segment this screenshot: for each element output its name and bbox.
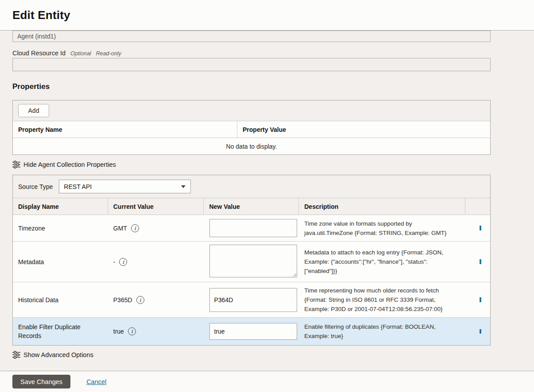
hide-agent-collection-properties-toggle[interactable]: Hide Agent Collection Properties — [12, 161, 491, 169]
info-icon[interactable]: i — [131, 224, 139, 232]
kebab-menu-icon — [480, 329, 481, 334]
table-row-historical-data: Historical Data P365D i Time representin… — [13, 282, 490, 318]
add-property-button[interactable]: Add — [18, 104, 49, 117]
current-value-text: P365D — [113, 296, 132, 304]
properties-table-header: Property Name Property Value — [13, 121, 490, 138]
row-new-value-cell — [204, 288, 299, 312]
agent-collection-properties-table: Source Type REST API Display Name Curren… — [12, 175, 491, 346]
properties-toolbar: Add — [13, 100, 490, 121]
actions-column-header — [465, 198, 490, 215]
row-display-name: Historical Data — [13, 296, 108, 304]
source-type-row: Source Type REST API — [13, 175, 490, 198]
row-actions-cell — [465, 327, 490, 336]
table-row-metadata: Metadata - i Metadata to attach to each … — [13, 242, 490, 282]
readonly-hint: Read-only — [96, 50, 121, 57]
property-value-column-header: Property Value — [237, 121, 490, 138]
row-actions-cell — [465, 224, 490, 232]
row-display-name: Metadata — [13, 257, 108, 266]
row-description: Enable filtering of duplicates {Format: … — [299, 322, 465, 341]
cloud-resource-id-label-row: Cloud Resource Id Optional Read-only — [12, 50, 491, 57]
row-display-name: Enable Filter Duplicate Records — [13, 323, 108, 340]
collection-table-header: Display Name Current Value New Value Des… — [13, 198, 490, 215]
table-row-timezone: Timezone GMT i Time zone value in format… — [13, 215, 490, 242]
kebab-menu-icon — [480, 297, 481, 302]
sliders-icon — [12, 351, 20, 359]
edit-entity-form: Cloud Resource Id Optional Read-only Pro… — [12, 31, 491, 359]
source-type-select[interactable]: REST API — [59, 180, 191, 193]
footer-action-bar: Save Changes Cancel — [0, 371, 534, 392]
properties-empty-message: No data to display. — [13, 138, 490, 154]
entity-type-field[interactable] — [12, 31, 491, 42]
row-actions-cell — [465, 257, 490, 266]
kebab-menu-icon — [480, 226, 481, 231]
table-row-enable-filter-duplicate-records: Enable Filter Duplicate Records true i E… — [13, 318, 490, 345]
row-current-value: P365D i — [108, 296, 204, 304]
show-advanced-options-label: Show Advanced Options — [23, 351, 93, 358]
cancel-link[interactable]: Cancel — [86, 378, 106, 385]
new-value-input-enable-filter[interactable] — [209, 323, 297, 340]
row-new-value-cell — [204, 219, 299, 237]
cloud-resource-id-field[interactable] — [12, 58, 491, 71]
row-current-value: GMT i — [108, 224, 204, 232]
cloud-resource-id-label: Cloud Resource Id — [12, 50, 66, 57]
sliders-icon — [12, 161, 20, 169]
properties-section-title: Properties — [12, 82, 491, 91]
current-value-text: - — [113, 258, 116, 265]
row-actions-menu-button[interactable] — [478, 296, 483, 304]
row-actions-menu-button[interactable] — [478, 257, 483, 266]
current-value-text: GMT — [113, 225, 127, 232]
row-description: Metadata to attach to each log entry {Fo… — [299, 248, 465, 276]
save-changes-button[interactable]: Save Changes — [12, 375, 70, 388]
new-value-textarea-metadata[interactable] — [209, 245, 297, 277]
optional-hint: Optional — [70, 50, 91, 57]
page-header: Edit Entity — [0, 0, 534, 31]
chevron-down-icon — [181, 185, 186, 188]
row-current-value: - i — [108, 258, 204, 266]
row-current-value: true i — [108, 327, 204, 335]
info-icon[interactable]: i — [136, 296, 144, 304]
info-icon[interactable]: i — [119, 258, 127, 266]
row-actions-menu-button[interactable] — [478, 327, 483, 336]
property-name-column-header: Property Name — [13, 121, 237, 138]
row-new-value-cell — [204, 245, 299, 279]
row-actions-menu-button[interactable] — [478, 224, 483, 232]
row-new-value-cell — [204, 323, 299, 340]
hide-agent-collection-properties-label: Hide Agent Collection Properties — [23, 161, 116, 168]
new-value-input-historical-data[interactable] — [209, 288, 297, 312]
row-description: Time representing how much older records… — [299, 286, 465, 314]
current-value-text: true — [113, 328, 124, 335]
display-name-column-header: Display Name — [13, 198, 108, 215]
new-value-input-timezone[interactable] — [209, 219, 297, 237]
show-advanced-options-toggle[interactable]: Show Advanced Options — [12, 351, 491, 359]
current-value-column-header: Current Value — [108, 198, 204, 215]
info-icon[interactable]: i — [128, 327, 136, 335]
row-description: Time zone value in formats supported by … — [299, 219, 465, 238]
row-actions-cell — [465, 296, 490, 304]
row-display-name: Timezone — [13, 224, 108, 233]
new-value-column-header: New Value — [204, 198, 299, 215]
source-type-selected-value: REST API — [64, 183, 92, 190]
properties-table: Add Property Name Property Value No data… — [12, 100, 491, 155]
source-type-label: Source Type — [18, 183, 53, 190]
page-title: Edit Entity — [12, 8, 70, 22]
description-column-header: Description — [299, 198, 465, 215]
kebab-menu-icon — [480, 259, 481, 264]
